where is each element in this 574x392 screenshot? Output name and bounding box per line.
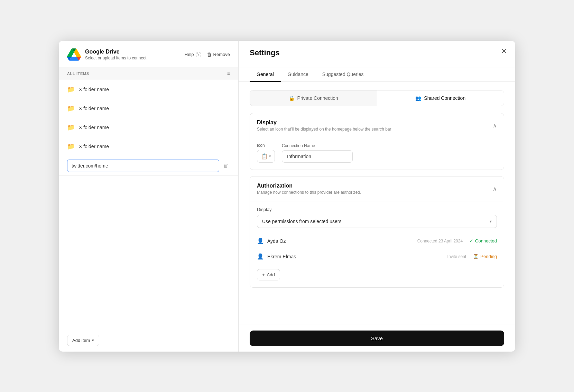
user-name: Ayda Oz	[267, 238, 414, 244]
url-input-row: 🗑	[59, 156, 238, 176]
check-icon: ✓	[470, 238, 473, 243]
tab-guidance[interactable]: Guidance	[281, 67, 315, 82]
folder-icon: 📁	[67, 86, 75, 93]
right-header: Settings ✕	[239, 41, 515, 67]
help-icon: ?	[196, 52, 201, 57]
icon-field-label: Icon	[257, 143, 275, 148]
folder-name: X folder name	[79, 144, 109, 149]
display-section: Display Select an icon that'll be displa…	[250, 113, 504, 170]
user-avatar-icon: 👤	[257, 253, 264, 260]
settings-title: Settings	[250, 48, 280, 57]
auth-display-label: Display	[257, 207, 497, 212]
list-item[interactable]: 📁 X folder name	[59, 80, 238, 99]
icon-picker[interactable]: 📋 ▾	[257, 150, 275, 163]
logo-text: Google Drive Select or upload items to c…	[85, 49, 146, 60]
folder-icon: 📁	[67, 124, 75, 131]
save-button[interactable]: Save	[250, 331, 504, 346]
google-drive-logo	[67, 48, 81, 61]
shared-connection-label: Shared Connection	[424, 95, 465, 101]
trash-icon: 🗑	[207, 52, 212, 57]
right-content: 🔒 Private Connection 👥 Shared Connection…	[239, 82, 515, 325]
list-item[interactable]: 📁 X folder name	[59, 137, 238, 156]
folder-name: X folder name	[79, 106, 109, 111]
list-item[interactable]: 📁 X folder name	[59, 118, 238, 137]
items-list: 📁 X folder name 📁 X folder name 📁 X fold…	[59, 80, 238, 329]
lock-icon: 🔒	[289, 95, 295, 101]
url-input[interactable]	[67, 160, 219, 172]
user-row: 👤 Ekrem Elmas Invite sent ⏳ Pending	[257, 249, 497, 264]
authorization-section: Authorization Manage how connections to …	[250, 176, 504, 288]
add-item-area: Add item ▾	[59, 329, 238, 352]
all-items-bar: ALL ITEMS ≡	[59, 67, 238, 80]
folder-name: X folder name	[79, 87, 109, 92]
user-avatar-icon: 👤	[257, 238, 264, 245]
display-title: Display	[257, 119, 391, 126]
logo-area: Google Drive Select or upload items to c…	[67, 48, 146, 61]
add-item-button[interactable]: Add item ▾	[67, 335, 99, 346]
trash-icon: 🗑	[223, 163, 229, 169]
connection-type-selector: 🔒 Private Connection 👥 Shared Connection	[250, 90, 504, 106]
auth-section-body: Display Use permissions from selected us…	[250, 201, 504, 287]
status-label: Pending	[480, 254, 497, 259]
picker-chevron-icon: ▾	[269, 154, 271, 159]
tab-general[interactable]: General	[250, 67, 281, 82]
folder-name: X folder name	[79, 125, 109, 130]
connection-name-input[interactable]	[282, 150, 353, 163]
add-user-label: Add	[267, 272, 275, 277]
left-header: Google Drive Select or upload items to c…	[59, 41, 238, 67]
picker-symbol: 📋	[261, 153, 268, 160]
user-status-date: Connected 23 April 2024	[417, 239, 463, 243]
filter-icon[interactable]: ≡	[227, 71, 230, 76]
app-subtitle: Select or upload items to connect	[85, 56, 146, 60]
display-section-body: Icon 📋 ▾ Connection Name	[250, 138, 504, 170]
permissions-value: Use permissions from selected users	[262, 219, 342, 224]
help-button[interactable]: Help ?	[185, 52, 201, 57]
folder-icon: 📁	[67, 105, 75, 112]
auth-collapse-icon[interactable]: ∧	[493, 185, 497, 192]
plus-icon: +	[262, 272, 265, 277]
display-header-text: Display Select an icon that'll be displa…	[257, 119, 391, 132]
users-icon: 👥	[415, 95, 421, 101]
connection-name-label: Connection Name	[282, 143, 497, 148]
status-badge: ⏳ Pending	[473, 254, 497, 259]
shared-connection-option[interactable]: 👥 Shared Connection	[377, 90, 504, 106]
status-badge: ✓ Connected	[470, 238, 497, 243]
add-item-label: Add item	[72, 338, 90, 343]
left-panel: Google Drive Select or upload items to c…	[59, 41, 239, 352]
right-panel: Settings ✕ General Guidance Suggested Qu…	[239, 41, 515, 352]
display-subtitle: Select an icon that'll be displayed on t…	[257, 127, 391, 132]
icon-field: Icon 📋 ▾	[257, 138, 275, 163]
auth-header-text: Authorization Manage how connections to …	[257, 183, 361, 195]
chevron-down-icon: ▾	[92, 338, 94, 343]
remove-label: Remove	[213, 52, 230, 57]
folder-icon: 📁	[67, 143, 75, 150]
list-item[interactable]: 📁 X folder name	[59, 99, 238, 118]
add-user-button[interactable]: + Add	[257, 269, 280, 280]
auth-title: Authorization	[257, 183, 361, 189]
connection-name-field: Connection Name	[282, 138, 497, 163]
user-row: 👤 Ayda Oz Connected 23 April 2024 ✓ Conn…	[257, 233, 497, 249]
users-list: 👤 Ayda Oz Connected 23 April 2024 ✓ Conn…	[257, 233, 497, 264]
tabs-bar: General Guidance Suggested Queries	[239, 67, 515, 82]
remove-button[interactable]: 🗑 Remove	[207, 52, 230, 57]
header-actions: Help ? 🗑 Remove	[185, 52, 230, 57]
app-title: Google Drive	[85, 49, 146, 55]
private-connection-option[interactable]: 🔒 Private Connection	[250, 90, 377, 106]
all-items-label: ALL ITEMS	[67, 71, 89, 76]
dropdown-chevron-icon: ▾	[490, 219, 492, 224]
collapse-icon[interactable]: ∧	[493, 122, 497, 129]
delete-url-button[interactable]: 🗑	[222, 161, 230, 170]
help-label: Help	[185, 52, 194, 57]
auth-subtitle: Manage how connections to this provider …	[257, 190, 361, 195]
display-section-header: Display Select an icon that'll be displa…	[250, 113, 504, 138]
user-name: Ekrem Elmas	[267, 254, 444, 259]
pending-icon: ⏳	[473, 254, 479, 259]
user-status-date: Invite sent	[447, 254, 466, 259]
auth-section-header: Authorization Manage how connections to …	[250, 176, 504, 201]
status-label: Connected	[475, 238, 497, 243]
permissions-dropdown[interactable]: Use permissions from selected users ▾	[257, 215, 497, 228]
save-bar: Save	[239, 325, 515, 352]
tab-suggested-queries[interactable]: Suggested Queries	[315, 67, 371, 82]
close-button[interactable]: ✕	[501, 48, 507, 55]
private-connection-label: Private Connection	[297, 95, 338, 101]
